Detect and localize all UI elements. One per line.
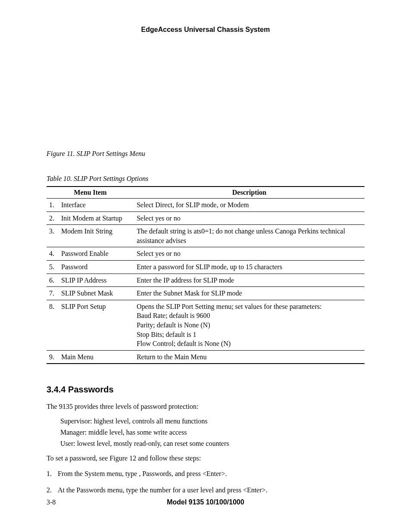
description-line: Enter the Subnet Mask for SLIP mode [137, 289, 362, 298]
row-number: 8. [47, 300, 59, 350]
row-item: Password [59, 260, 134, 274]
description-line: Enter the IP address for SLIP mode [137, 276, 362, 285]
step-text: At the Passwords menu, type the number f… [58, 485, 268, 495]
description-line: Select yes or no [137, 249, 362, 258]
description-line: The default string is ats0=1; do not cha… [137, 227, 362, 245]
section-intro: The 9135 provides three levels of passwo… [47, 401, 364, 412]
table-row: 1.InterfaceSelect Direct, for SLIP mode,… [47, 199, 364, 212]
footer-model: Model 9135 10/100/1000 [47, 498, 364, 506]
page-number: 3-8 [47, 498, 56, 506]
row-item: SLIP Port Setup [59, 300, 134, 350]
table-row: 9.Main MenuReturn to the Main Menu [47, 350, 364, 364]
row-item: SLIP IP Address [59, 274, 134, 287]
row-number: 1. [47, 199, 59, 212]
row-description: Select yes or no [134, 247, 364, 261]
step-number: 1. [47, 469, 58, 479]
page-footer: 3-8 Model 9135 10/100/1000 [47, 498, 364, 506]
step-text: From the System menu, type , Passwords, … [58, 469, 227, 479]
table-header-item: Menu Item [47, 187, 134, 199]
row-item: SLIP Subnet Mask [59, 287, 134, 300]
levels-list: Supervisor: highest level, controls all … [60, 416, 364, 449]
row-item: Interface [59, 199, 134, 212]
level-item: Supervisor: highest level, controls all … [60, 416, 364, 426]
step-item: 1.From the System menu, type , Passwords… [47, 469, 364, 479]
table-caption: Table 10. SLIP Port Settings Options [47, 175, 364, 183]
row-description: Return to the Main Menu [134, 350, 364, 364]
steps-list: 1.From the System menu, type , Passwords… [47, 469, 364, 495]
description-line: Enter a password for SLIP mode, up to 15… [137, 262, 362, 272]
row-item: Main Menu [59, 350, 134, 364]
row-item: Password Enable [59, 247, 134, 261]
steps-intro: To set a password, see Figure 12 and fol… [47, 453, 364, 464]
description-line: Flow Control; default is None (N) [137, 339, 362, 348]
description-line: Opens the SLIP Port Setting menu; set va… [137, 302, 362, 311]
page-header: EdgeAccess Universal Chassis System [47, 26, 364, 34]
table-row: 2.Init Modem at StartupSelect yes or no [47, 212, 364, 225]
table-row: 6.SLIP IP AddressEnter the IP address fo… [47, 274, 364, 287]
row-item: Init Modem at Startup [59, 212, 134, 225]
table-row: 3.Modem Init StringThe default string is… [47, 225, 364, 247]
description-line: Select Direct, for SLIP mode, or Modem [137, 200, 362, 210]
section-heading: 3.4.4 Passwords [47, 385, 364, 395]
description-line: Select yes or no [137, 214, 362, 223]
step-number: 2. [47, 485, 58, 495]
row-number: 7. [47, 287, 59, 300]
row-description: Enter a password for SLIP mode, up to 15… [134, 260, 364, 274]
table-header-desc: Description [134, 187, 364, 199]
row-description: The default string is ats0=1; do not cha… [134, 225, 364, 247]
row-number: 5. [47, 260, 59, 274]
table-row: 5.PasswordEnter a password for SLIP mode… [47, 260, 364, 274]
row-number: 2. [47, 212, 59, 225]
row-description: Select yes or no [134, 212, 364, 225]
row-description: Enter the Subnet Mask for SLIP mode [134, 287, 364, 300]
table-row: 8.SLIP Port SetupOpens the SLIP Port Set… [47, 300, 364, 350]
description-line: Parity; default is None (N) [137, 320, 362, 330]
row-number: 4. [47, 247, 59, 261]
level-item: Manager: middle level, has some write ac… [60, 427, 364, 438]
figure-caption: Figure 11. SLIP Port Settings Menu [47, 150, 364, 158]
row-number: 6. [47, 274, 59, 287]
row-number: 3. [47, 225, 59, 247]
table-row: 7.SLIP Subnet MaskEnter the Subnet Mask … [47, 287, 364, 300]
description-line: Return to the Main Menu [137, 352, 362, 362]
step-item: 2.At the Passwords menu, type the number… [47, 485, 364, 495]
description-line: Baud Rate; default is 9600 [137, 311, 362, 320]
options-table: Menu Item Description 1.InterfaceSelect … [47, 186, 364, 364]
row-description: Opens the SLIP Port Setting menu; set va… [134, 300, 364, 350]
table-row: 4.Password EnableSelect yes or no [47, 247, 364, 261]
description-line: Stop Bits; default is 1 [137, 330, 362, 339]
row-item: Modem Init String [59, 225, 134, 247]
row-description: Select Direct, for SLIP mode, or Modem [134, 199, 364, 212]
level-item: User: lowest level, mostly read-only, ca… [60, 439, 364, 449]
row-number: 9. [47, 350, 59, 364]
row-description: Enter the IP address for SLIP mode [134, 274, 364, 287]
